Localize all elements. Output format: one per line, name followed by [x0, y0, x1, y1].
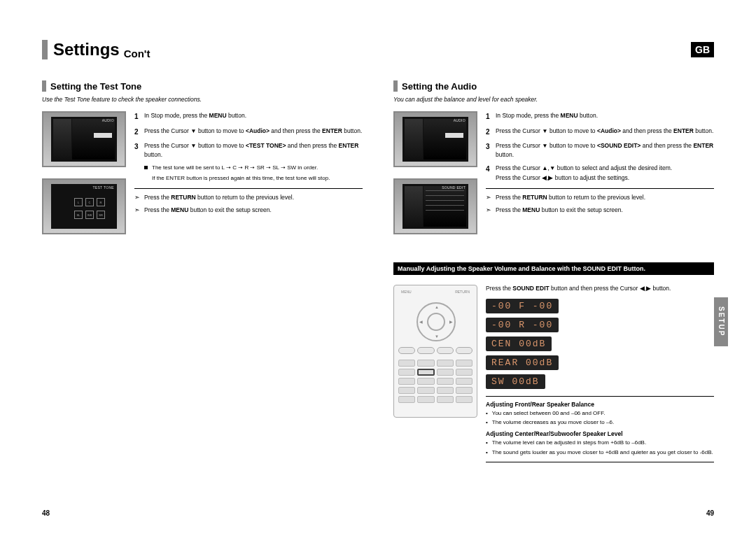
step-text: Press the Cursor ▼ button to move to <SO…	[496, 141, 714, 160]
step-text: In Stop mode, press the MENU button.	[496, 111, 598, 122]
step-text: In Stop mode, press the MENU button.	[144, 111, 246, 122]
bullet-text: The sound gets louder as you move closer…	[486, 448, 714, 456]
page-number: 49	[706, 509, 714, 517]
arrow-icon: ➣	[134, 193, 144, 203]
section-title: Setting the Audio	[402, 81, 477, 92]
bullet-text: The volume level can be adjusted in step…	[486, 439, 714, 446]
step-text: Press the Cursor ▼ button to move to <Au…	[496, 127, 713, 138]
subheading: Adjusting Front/Rear Speaker Balance	[486, 401, 714, 408]
step-text: Press the Cursor ▼ button to move to <TE…	[144, 141, 363, 160]
note-text: Press the MENU button to exit the setup …	[496, 206, 623, 215]
thumbnail-column: AUDIO SOUND EDIT	[393, 111, 477, 234]
thumbnail-column: AUDIO TEST TONE LCR SLSWSR	[42, 111, 126, 234]
page-subtitle: Con't	[124, 48, 150, 59]
remote-illustration: MENURETURN ▲ ▼ ◀ ▶	[393, 285, 477, 418]
display-line: REAR 00dB	[486, 355, 559, 370]
step-number: 1	[134, 111, 144, 122]
bullet-text: You can select between 00 and –06 and OF…	[486, 409, 714, 417]
section-description: You can adjust the balance and level for…	[393, 96, 714, 103]
divider	[486, 396, 714, 397]
step-number: 4	[486, 164, 496, 182]
note-text: Press the RETURN button to return to the…	[144, 193, 294, 203]
locale-badge: GB	[691, 42, 714, 57]
section-heading-audio: Setting the Audio	[393, 80, 714, 92]
bullet-text: The test tone will be sent to L ➝ C ➝ R …	[152, 164, 318, 172]
screen-thumbnail-testtone: TEST TONE LCR SLSWSR	[42, 178, 126, 234]
sound-edit-button	[417, 369, 434, 376]
bullet-text: The volume decreases as you move closer …	[486, 418, 714, 426]
section-title: Setting the Test Tone	[50, 81, 141, 92]
step-text: Press the Cursor ▼ button to move to <Au…	[144, 127, 362, 138]
sound-edit-details: Press the SOUND EDIT button and then pre…	[486, 285, 714, 467]
steps-list: 1In Stop mode, press the MENU button. 2P…	[486, 111, 714, 234]
display-line: -00 F -00	[486, 299, 559, 313]
sound-edit-row: MENURETURN ▲ ▼ ◀ ▶	[393, 285, 714, 467]
step-number: 2	[486, 127, 496, 138]
page-spread: Settings Con't Setting the Test Tone Use…	[0, 0, 756, 538]
section-description: Use the Test Tone feature to check the s…	[42, 96, 363, 103]
page-right: GB Setting the Audio You can adjust the …	[378, 0, 756, 538]
sound-edit-instruction: Press the SOUND EDIT button and then pre…	[486, 285, 714, 292]
divider	[134, 188, 363, 189]
screen-thumbnail-audio: AUDIO	[393, 111, 477, 167]
step-number: 3	[134, 141, 144, 160]
thumb-tag: AUDIO	[454, 118, 465, 122]
arrow-icon: ➣	[134, 206, 144, 215]
page-left: Settings Con't Setting the Test Tone Use…	[0, 0, 378, 538]
step-number: 2	[134, 127, 144, 138]
step-number: 1	[486, 111, 496, 122]
divider	[486, 462, 714, 462]
divider	[486, 188, 714, 189]
subheading: Adjusting Center/Rear/Subwoofer Speaker …	[486, 430, 714, 437]
thumb-tag: AUDIO	[102, 118, 114, 122]
display-line: -00 R -00	[486, 318, 559, 332]
note-text: Press the MENU button to exit the setup …	[144, 206, 272, 215]
content-row: AUDIO SOUND EDIT 1In Stop mode, press th…	[393, 111, 714, 234]
screen-thumbnail-audio: AUDIO	[42, 111, 126, 167]
banner-sound-edit: Manually Adjusting the Speaker Volume an…	[393, 262, 714, 275]
page-number: 48	[42, 509, 50, 517]
page-title-bar: Settings Con't	[42, 38, 363, 59]
arrow-icon: ➣	[486, 193, 496, 203]
side-tab-setup: SETUP	[714, 297, 728, 346]
title-accent	[42, 40, 48, 59]
step-text: Press the Cursor ▲,▼ button to select an…	[496, 164, 672, 182]
thumb-tag: TEST TONE	[93, 185, 115, 190]
page-title: Settings	[53, 40, 120, 59]
section-accent	[42, 80, 46, 92]
display-line: CEN 00dB	[486, 337, 552, 351]
thumb-tag: SOUND EDIT	[442, 185, 465, 190]
display-line: SW 00dB	[486, 374, 545, 389]
screen-thumbnail-soundedit: SOUND EDIT	[393, 178, 477, 234]
note-text: Press the RETURN button to return to the…	[496, 193, 645, 203]
section-accent	[393, 80, 398, 92]
bullet-icon	[144, 166, 148, 169]
section-heading-test-tone: Setting the Test Tone	[42, 80, 363, 92]
step-number: 3	[486, 141, 496, 160]
content-row: AUDIO TEST TONE LCR SLSWSR	[42, 111, 363, 234]
arrow-icon: ➣	[486, 206, 496, 215]
bullet-text: If the ENTER button is pressed again at …	[152, 174, 330, 183]
steps-list: 1In Stop mode, press the MENU button. 2P…	[134, 111, 363, 234]
display-readouts: -00 F -00 -00 R -00 CEN 00dB REAR 00dB S…	[486, 299, 714, 389]
